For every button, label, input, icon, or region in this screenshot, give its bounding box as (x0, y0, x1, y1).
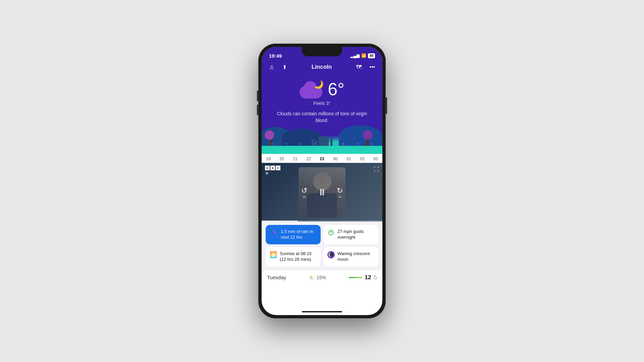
alert-icon[interactable]: ⚠ (267, 64, 276, 70)
location-title: Lincoln (312, 64, 332, 70)
timeline-hour: 21 (293, 157, 297, 161)
video-controls: ↺ 10 ⏸ ↻ 10 (301, 186, 343, 198)
forecast-rain: ⛅ 15% (309, 275, 326, 280)
info-cards: 🌂 1.5 mm of rain in next 12 hrs 27 mph g… (262, 222, 382, 270)
moon-card-text: Waning crescent moon (337, 251, 374, 262)
forecast-temp-high: 12 (365, 274, 371, 281)
forecast-bar[interactable]: Tuesday ⛅ 15% 12 5 (262, 270, 382, 285)
bbc-box: B (265, 166, 270, 170)
timeline-hour: 19 (266, 157, 270, 161)
pause-button[interactable]: ⏸ (317, 187, 327, 198)
wifi-icon: 📶 (361, 53, 366, 58)
forecast-temps: 12 5 (349, 274, 377, 281)
home-indicator[interactable] (302, 311, 342, 312)
video-expand-button[interactable]: ⛶ (374, 166, 379, 172)
wind-card-text: 27 mph gusts overnight (337, 229, 374, 240)
rain-card[interactable]: 🌂 1.5 mm of rain in next 12 hrs (266, 225, 321, 244)
more-icon[interactable]: ••• (368, 64, 377, 70)
status-time: 19:49 (269, 53, 282, 59)
moon-icon: 🌙 (314, 80, 324, 89)
skip-forward-label: 10 (338, 195, 341, 198)
bbc-box: C (276, 166, 280, 170)
status-icons: ▂▄▆ 📶 89 (351, 53, 375, 58)
timeline-hour: 20 (279, 157, 284, 161)
sunrise-card-text: Sunrise at 08:15 (12 hrs 26 mins) (280, 251, 317, 262)
skip-back-label: 10 (303, 195, 306, 198)
temp-range-bar (349, 277, 362, 278)
sunrise-icon: 🌅 (270, 251, 277, 258)
timeline: 19 20 21 22 23 00 01 02 03 (262, 154, 382, 163)
rain-cloud-icon: ⛅ (309, 275, 315, 280)
timeline-hour: 22 (306, 157, 311, 161)
skip-forward-button[interactable]: ↻ 10 (337, 186, 343, 198)
video-close-button[interactable]: ✕ (265, 171, 280, 176)
top-bar: ⚠ ⬆ Lincoln 🗺 ••• (262, 62, 382, 74)
rain-card-text: 1.5 mm of rain in next 12 hrs (281, 229, 317, 240)
timeline-hour: 01 (346, 157, 351, 161)
notch (302, 47, 342, 56)
forecast-day: Tuesday (267, 275, 286, 280)
skip-back-button[interactable]: ↺ 10 (301, 186, 307, 198)
timeline-hour: 00 (333, 157, 337, 161)
forecast-temp-low: 5 (374, 274, 377, 281)
wind-icon (327, 229, 335, 236)
weather-description: Clouds can contain millions of tons of v… (268, 111, 376, 124)
video-progress-bar[interactable] (262, 221, 382, 222)
map-icon[interactable]: 🗺 (354, 64, 364, 70)
weather-main: 🌙 6° (268, 79, 376, 99)
moon-card[interactable]: 🌘 Waning crescent moon (323, 247, 378, 266)
scenic-illustration (262, 124, 382, 154)
signal-icon: ▂▄▆ (351, 53, 360, 58)
timeline-hour: 02 (360, 157, 364, 161)
battery-badge: 89 (368, 53, 375, 58)
video-progress-fill (262, 221, 298, 222)
timeline-hour: 03 (373, 157, 378, 161)
moon-phase-icon: 🌘 (327, 251, 335, 258)
temperature: 6° (328, 79, 344, 99)
bbc-logo-group: B B C ✕ (265, 166, 280, 176)
weather-section: 🌙 6° Feels 3° Clouds can contain million… (262, 74, 382, 124)
feels-like: Feels 3° (268, 101, 376, 106)
wind-card[interactable]: 27 mph gusts overnight (323, 225, 378, 244)
sunrise-card[interactable]: 🌅 Sunrise at 08:15 (12 hrs 26 mins) (266, 247, 321, 266)
weather-icon: 🌙 (300, 80, 324, 99)
share-icon[interactable]: ⬆ (280, 64, 289, 70)
video-player[interactable]: B B C ✕ ⛶ ↺ 10 ⏸ ↻ 10 (262, 163, 382, 222)
bbc-box: B (270, 166, 275, 170)
rain-icon: 🌂 (270, 229, 278, 237)
forecast-rain-pct: 15% (317, 275, 326, 280)
timeline-hour-active: 23 (320, 157, 324, 161)
